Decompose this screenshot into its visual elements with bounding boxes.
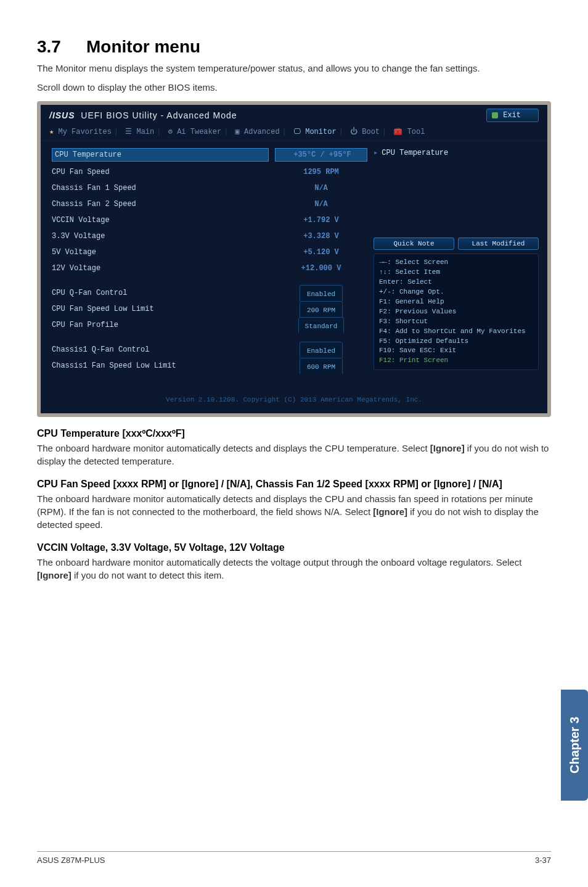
help-line-1: →←: Select Screen (379, 258, 533, 268)
row-vccin-voltage[interactable]: VCCIN Voltage (52, 212, 269, 228)
boot-icon: ⏻ (350, 128, 357, 136)
val-cpu-fan-profile[interactable]: Standard (298, 317, 345, 333)
val-cpu-fan-speed: 1295 RPM (303, 168, 339, 176)
help-line-6: F2: Previous Values (379, 307, 533, 317)
val-5v-voltage: +5.120 V (303, 248, 339, 257)
page-footer: ASUS Z87M-PLUS 3-37 (37, 851, 551, 865)
help-line-7: F3: Shortcut (379, 317, 533, 327)
exit-button[interactable]: Exit (486, 109, 539, 122)
section-title-text: Monitor menu (86, 37, 200, 56)
row-chassis-fan-2-speed[interactable]: Chassis Fan 2 Speed (52, 196, 269, 212)
val-chassis-fan-2-speed: N/A (314, 200, 328, 208)
row-5v-voltage[interactable]: 5V Voltage (52, 244, 269, 260)
intro-paragraph-1: The Monitor menu displays the system tem… (37, 62, 551, 75)
help-line-5: F1: General Help (379, 297, 533, 307)
bios-brand: /ISUS UEFI BIOS Utility - Advanced Mode (49, 110, 237, 120)
tweaker-icon: ⚙ (168, 128, 173, 136)
bios-tab-bar: ★ My Favorites| ☰ Main| ⚙ Ai Tweaker| ▣ … (41, 126, 547, 141)
row-cpu-fan-speed-low-limit[interactable]: CPU Fan Speed Low Limit (52, 301, 269, 317)
footer-left: ASUS Z87M-PLUS (37, 856, 105, 865)
quick-note-button[interactable]: Quick Note (374, 237, 454, 250)
bios-value-column: +35°C / +95°F 1295 RPM N/A N/A +1.792 V … (275, 141, 367, 387)
paragraph-voltages: The onboard hardware monitor automatical… (37, 556, 551, 582)
bios-screenshot: /ISUS UEFI BIOS Utility - Advanced Mode … (37, 101, 551, 417)
paragraph-fan-speed: The onboard hardware monitor automatical… (37, 492, 551, 531)
chapter-tab: Chapter 3 (561, 690, 588, 801)
tab-tool[interactable]: Tool (407, 128, 425, 136)
val-12v-voltage: +12.000 V (301, 264, 341, 273)
row-cpu-qfan-control[interactable]: CPU Q-Fan Control (52, 285, 269, 301)
help-line-2: ↑↓: Select Item (379, 268, 533, 278)
tab-boot[interactable]: Boot (362, 128, 380, 136)
val-3v3-voltage: +3.328 V (303, 232, 339, 241)
row-12v-voltage[interactable]: 12V Voltage (52, 260, 269, 276)
row-chassis-fan-1-speed[interactable]: Chassis Fan 1 Speed (52, 180, 269, 196)
star-icon: ★ (49, 128, 54, 136)
help-line-3: Enter: Select (379, 278, 533, 287)
bios-left-column: CPU Temperature CPU Fan Speed Chassis Fa… (41, 141, 275, 387)
section-number: 3.7 (37, 37, 86, 57)
val-cpu-temperature: +35°C / +95°F (293, 151, 351, 159)
help-line-4: +/-: Change Opt. (379, 287, 533, 297)
tab-advanced[interactable]: Advanced (244, 128, 280, 136)
heading-cpu-temperature: CPU Temperature [xxxºC/xxxºF] (37, 428, 551, 439)
heading-voltages: VCCIN Voltage, 3.3V Voltage, 5V Voltage,… (37, 542, 551, 553)
bios-version-footer: Version 2.10.1208. Copyright (C) 2013 Am… (41, 387, 547, 415)
row-cpu-fan-profile[interactable]: CPU Fan Profile (52, 317, 269, 333)
val-chassis-fan-1-speed: N/A (314, 184, 328, 192)
val-vccin-voltage: +1.792 V (303, 216, 339, 225)
tab-main[interactable]: Main (136, 128, 154, 136)
tab-monitor[interactable]: Monitor (305, 128, 336, 136)
row-3v3-voltage[interactable]: 3.3V Voltage (52, 228, 269, 244)
intro-paragraph-2: Scroll down to display the other BIOS it… (37, 81, 551, 94)
row-cpu-temperature[interactable]: CPU Temperature (52, 148, 269, 162)
help-line-10: F10: Save ESC: Exit (379, 346, 533, 356)
menu-icon: ☰ (125, 128, 132, 136)
help-line-8: F4: Add to ShortCut and My Favorites (379, 327, 533, 337)
tab-ai-tweaker[interactable]: Ai Tweaker (177, 128, 221, 136)
monitor-icon: 🖵 (293, 128, 301, 136)
help-box: →←: Select Screen ↑↓: Select Item Enter:… (374, 254, 539, 370)
help-line-9: F5: Optimized Defaults (379, 337, 533, 347)
val-cpu-fan-speed-low-limit[interactable]: 200 RPM (300, 301, 343, 317)
paragraph-cpu-temperature: The onboard hardware monitor automatical… (37, 442, 551, 468)
bios-right-panel: ▸CPU Temperature Quick Note Last Modifie… (367, 141, 547, 387)
val-chassis1-fan-speed-low-limit[interactable]: 600 RPM (300, 358, 343, 374)
row-cpu-fan-speed[interactable]: CPU Fan Speed (52, 164, 269, 180)
val-cpu-qfan-control[interactable]: Enabled (300, 285, 343, 301)
right-panel-title: CPU Temperature (382, 149, 448, 157)
heading-fan-speed: CPU Fan Speed [xxxx RPM] or [Ignore] / [… (37, 479, 551, 490)
tool-icon: 🧰 (393, 128, 402, 136)
footer-right: 3-37 (535, 856, 551, 865)
last-modified-button[interactable]: Last Modified (458, 237, 539, 250)
help-line-11: F12: Print Screen (379, 356, 533, 366)
bullet-icon: ▸ (374, 149, 378, 157)
section-heading: 3.7Monitor menu (37, 37, 551, 57)
row-chassis1-fan-speed-low-limit[interactable]: Chassis1 Fan Speed Low Limit (52, 358, 269, 374)
row-chassis1-qfan-control[interactable]: Chassis1 Q-Fan Control (52, 342, 269, 358)
advanced-icon: ▣ (235, 128, 240, 136)
val-chassis1-qfan-control[interactable]: Enabled (300, 342, 343, 358)
tab-my-favorites[interactable]: My Favorites (58, 128, 111, 136)
